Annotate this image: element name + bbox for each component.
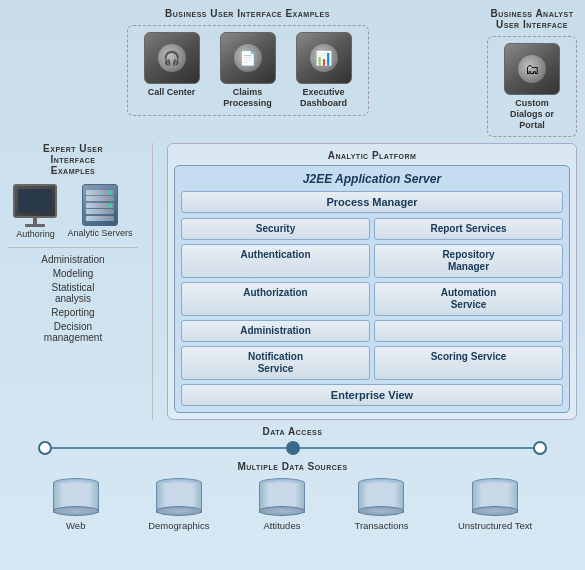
db-cylinder-web — [53, 478, 99, 516]
ba-section: Business AnalystUser Interface CustomDia… — [487, 8, 577, 137]
monitor-base — [25, 224, 45, 227]
ba-label: Business AnalystUser Interface — [491, 8, 574, 30]
db-attitudes-label: Attitudes — [263, 520, 300, 531]
data-sources-icons: Web Demographics Attitudes — [8, 478, 577, 531]
nav-administration: Administration — [41, 254, 104, 265]
db-web: Web — [53, 478, 99, 531]
ba-icons-border: CustomDialogs orPortal — [487, 36, 577, 137]
db-unstructured-label: Unstructured Text — [458, 520, 532, 531]
authentication-service: Authentication — [181, 244, 370, 278]
db-cylinder-transactions — [358, 478, 404, 516]
data-access-section: Data Access — [8, 426, 577, 455]
expert-icons: Authoring Analytic Servers — [8, 184, 138, 239]
automation-service: AutomationService — [374, 282, 563, 316]
data-circle-right — [533, 441, 547, 455]
repository-manager: RepositoryManager — [374, 244, 563, 278]
server-row-1 — [86, 190, 114, 195]
chart-icon — [315, 50, 332, 66]
db-demographics: Demographics — [148, 478, 209, 531]
nav-statistical: Statisticalanalysis — [52, 282, 95, 304]
db-attitudes: Attitudes — [259, 478, 305, 531]
server-row-5 — [86, 216, 114, 221]
data-circle-center — [286, 441, 300, 455]
enterprise-view-bar: Enterprise View — [181, 384, 563, 406]
call-center-icon — [144, 32, 200, 84]
j2ee-box: J2EE Application Server Process Manager … — [174, 165, 570, 413]
j2ee-title: J2EE Application Server — [181, 172, 563, 186]
server-row-3 — [86, 203, 114, 208]
server-body — [82, 184, 118, 226]
data-access-label: Data Access — [8, 426, 577, 437]
analytic-servers-label: Analytic Servers — [67, 228, 132, 238]
doc-icon — [239, 50, 256, 66]
custom-dialogs-box: CustomDialogs orPortal — [498, 43, 566, 130]
nav-reporting: Reporting — [51, 307, 94, 318]
authoring-monitor: Authoring — [13, 184, 57, 239]
claims-processing-box: ClaimsProcessing — [214, 32, 282, 109]
services-grid: Security Report Services Authentication … — [181, 218, 563, 380]
security-service: Security — [181, 218, 370, 240]
authorization-service: Authorization — [181, 282, 370, 316]
platform-label: Analytic Platform — [174, 150, 570, 161]
nav-modeling: Modeling — [53, 268, 94, 279]
expert-label: Expert UserInterfaceExamples — [8, 143, 138, 176]
data-line-left — [52, 447, 286, 449]
headset-icon — [163, 50, 180, 66]
executive-dashboard-label: ExecutiveDashboard — [300, 87, 347, 109]
claims-processing-icon — [220, 32, 276, 84]
db-transactions-label: Transactions — [354, 520, 408, 531]
data-sources-label: Multiple Data Sources — [8, 461, 577, 472]
notification-service: NotificationService — [181, 346, 370, 380]
bui-label: Business User Interface Examples — [165, 8, 330, 19]
executive-dashboard-box: ExecutiveDashboard — [290, 32, 358, 109]
dialog-icon — [525, 61, 539, 77]
db-demographics-label: Demographics — [148, 520, 209, 531]
data-circle-left — [38, 441, 52, 455]
data-access-line — [8, 441, 577, 455]
server-row-2 — [86, 196, 114, 201]
db-web-label: Web — [66, 520, 85, 531]
middle-section: Expert UserInterfaceExamples Authoring — [8, 143, 577, 420]
vertical-divider — [152, 143, 153, 420]
custom-dialogs-icon — [504, 43, 560, 95]
db-cylinder-attitudes — [259, 478, 305, 516]
analytic-platform: Analytic Platform J2EE Application Serve… — [167, 143, 577, 420]
process-manager-bar: Process Manager — [181, 191, 563, 213]
call-center-label: Call Center — [148, 87, 196, 98]
bui-icons-border: Call Center ClaimsProcessing — [127, 25, 369, 116]
top-section: Business User Interface Examples Call Ce… — [8, 8, 577, 137]
analytic-servers-icon: Analytic Servers — [67, 184, 132, 239]
db-transactions: Transactions — [354, 478, 408, 531]
claims-processing-label: ClaimsProcessing — [223, 87, 272, 109]
administration-service: Administration — [181, 320, 370, 342]
custom-dialogs-label: CustomDialogs orPortal — [510, 98, 554, 130]
call-center-box: Call Center — [138, 32, 206, 109]
monitor-screen — [13, 184, 57, 218]
db-unstructured: Unstructured Text — [458, 478, 532, 531]
authoring-label: Authoring — [16, 229, 55, 239]
expert-section: Expert UserInterfaceExamples Authoring — [8, 143, 138, 420]
executive-dashboard-icon — [296, 32, 352, 84]
main-container: Business User Interface Examples Call Ce… — [0, 0, 585, 570]
expert-nav: Administration Modeling Statisticalanaly… — [8, 247, 138, 343]
db-cylinder-unstructured — [472, 478, 518, 516]
server-row-4 — [86, 209, 114, 214]
data-line-right — [300, 447, 534, 449]
nav-decision: Decisionmanagement — [44, 321, 102, 343]
empty-service — [374, 320, 563, 342]
db-cylinder-demographics — [156, 478, 202, 516]
report-services: Report Services — [374, 218, 563, 240]
data-sources-section: Multiple Data Sources Web Demographics — [8, 461, 577, 531]
scoring-service: Scoring Service — [374, 346, 563, 380]
bui-section: Business User Interface Examples Call Ce… — [8, 8, 487, 116]
